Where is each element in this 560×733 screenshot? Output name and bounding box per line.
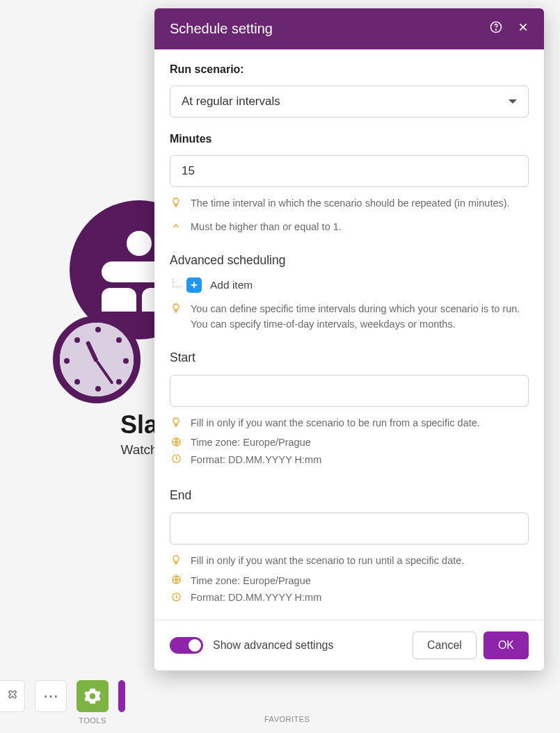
end-timezone: Time zone: Europe/Prague [191,573,311,588]
add-item-label[interactable]: Add item [210,279,253,291]
minutes-hint: The time interval in which the scenario … [191,195,510,211]
cancel-button[interactable]: Cancel [413,631,477,659]
globe-icon [170,435,182,448]
clock-icon [170,453,182,465]
end-format: Format: DD.MM.YYYY H:mm [191,590,321,605]
gear-icon [83,687,102,705]
minutes-label: Minutes [170,133,529,145]
schedule-setting-modal: Schedule setting Run scenario: At regula… [154,8,544,670]
modal-footer: Show advanced settings Cancel OK [154,620,544,670]
bottom-toolbar: ⋯ TOOLS [0,680,125,725]
start-input[interactable] [170,375,529,407]
show-advanced-label: Show advanced settings [213,639,333,652]
more-button[interactable]: ⋯ [35,680,67,712]
advanced-scheduling-label: Advanced scheduling [170,253,529,268]
close-button[interactable] [518,22,529,36]
clock-icon [170,590,182,603]
more-icon: ⋯ [43,687,58,705]
modal-title: Schedule setting [170,21,273,37]
tree-indent-icon [173,279,181,287]
end-input[interactable] [170,513,529,545]
plugin-icon [5,688,20,704]
bulb-icon [170,416,182,428]
globe-icon [170,574,182,586]
bulb-icon [170,196,182,209]
run-scenario-value: At regular intervals [182,95,280,108]
warning-icon [170,220,182,232]
help-button[interactable] [490,21,502,37]
start-format: Format: DD.MM.YYYY H:mm [191,452,321,467]
start-label: Start [170,351,529,365]
plugin-button[interactable] [0,680,25,712]
bulb-icon [170,554,182,566]
help-icon [490,21,502,33]
show-advanced-toggle[interactable] [170,637,203,654]
schedule-clock-badge[interactable] [53,316,141,403]
svg-point-1 [496,29,497,30]
run-scenario-select[interactable]: At regular intervals [170,86,529,118]
favorites-caption: FAVORITES [264,715,310,723]
minutes-input[interactable] [170,155,529,187]
favorites-button-edge[interactable] [118,680,125,712]
start-timezone: Time zone: Europe/Prague [191,435,311,450]
ok-button[interactable]: OK [483,631,529,659]
start-hint: Fill in only if you want the scenario to… [191,415,480,430]
clock-icon [60,323,134,396]
minutes-constraint: Must be higher than or equal to 1. [191,219,342,234]
close-icon [518,22,529,33]
tools-button[interactable] [77,680,109,712]
modal-body: Run scenario: At regular intervals Minut… [154,49,544,620]
chevron-down-icon [509,99,517,104]
add-item-button[interactable]: + [186,277,202,293]
bulb-icon [170,302,182,314]
end-label: End [170,488,529,503]
end-hint: Fill in only if you want the scenario to… [191,553,464,568]
modal-header: Schedule setting [154,8,544,49]
advanced-hint: You can define specific time intervals d… [191,301,529,332]
run-scenario-label: Run scenario: [170,63,529,76]
tools-caption: TOOLS [79,716,106,725]
